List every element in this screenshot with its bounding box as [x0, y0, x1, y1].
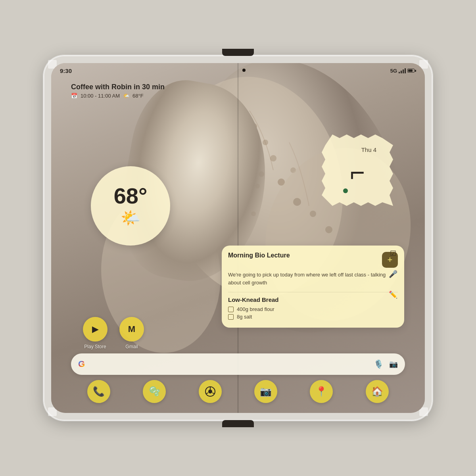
status-bar: 9:30 5G: [51, 63, 425, 78]
google-logo: G: [78, 359, 85, 369]
calendar-day: Thu 4: [361, 146, 376, 153]
svg-point-22: [310, 211, 316, 217]
svg-point-21: [293, 198, 301, 206]
svg-point-3: [250, 123, 257, 130]
hinge-top: [222, 49, 254, 56]
notes-section1-body: We're going to pick up today from where …: [228, 271, 398, 286]
notes-widget[interactable]: Morning Bio Lecture + We're going to pic…: [222, 246, 404, 328]
svg-point-11: [242, 191, 249, 197]
notes-section1-title: Morning Bio Lecture: [228, 252, 290, 259]
svg-point-7: [246, 159, 253, 166]
notes-item-1-text: 400g bread flour: [237, 306, 274, 312]
notes-item-2: 8g salt: [228, 314, 398, 320]
status-icons: 5G: [390, 68, 416, 74]
gmail-icon: M: [128, 324, 135, 334]
notes-pencil-action[interactable]: ✏️: [385, 287, 401, 303]
playstore-label: Play Store: [84, 344, 106, 349]
battery-body: [407, 69, 415, 73]
event-weather: 68°F: [132, 93, 144, 99]
svg-point-5: [215, 155, 221, 161]
weather-temperature: 68°: [114, 185, 148, 207]
svg-point-1: [226, 131, 233, 138]
hinge-bottom: [222, 420, 254, 427]
gmail-label: Gmail: [125, 344, 138, 349]
dock-messages[interactable]: 🫧: [143, 380, 166, 403]
signal-bars: [399, 68, 406, 73]
signal-bar-2: [401, 71, 402, 73]
svg-point-8: [259, 171, 264, 177]
dock-phone[interactable]: 📞: [87, 380, 110, 403]
svg-point-2: [239, 144, 244, 149]
google-search-bar[interactable]: G 🎙️ 📷: [71, 353, 405, 375]
svg-point-20: [203, 230, 209, 237]
app-dock: 📞 🫧 📷 📍 🏠: [71, 378, 405, 405]
svg-point-25: [208, 390, 212, 393]
home-app-icons: ▶ Play Store M Gmail: [83, 317, 144, 349]
phone-case: 9:30 5G Coffee with Robin in 3: [44, 56, 432, 420]
dock-camera[interactable]: 📷: [254, 380, 277, 403]
search-mic-icon[interactable]: 🎙️: [374, 359, 384, 369]
weather-small-icon: 🌤️: [123, 93, 129, 99]
notes-actions: ☑ 🎤 ✏️: [385, 246, 401, 303]
weather-widget[interactable]: 68° 🌤️: [91, 166, 170, 246]
dock-home[interactable]: 🏠: [366, 380, 389, 403]
calendar-event-dot: [343, 188, 348, 193]
event-time: 10:00 - 11:00 AM: [81, 93, 120, 99]
svg-point-15: [230, 207, 237, 213]
phone-screen: 9:30 5G Coffee with Robin in 3: [51, 63, 425, 413]
notes-item-1: 400g bread flour: [228, 306, 398, 312]
battery-tip: [415, 70, 416, 72]
checkbox-2[interactable]: [228, 314, 234, 320]
notes-check-action[interactable]: ☑: [385, 246, 401, 261]
gmail-icon-circle: M: [119, 317, 144, 342]
event-title: Coffee with Robin in 30 min: [71, 83, 165, 91]
svg-point-19: [186, 218, 194, 226]
calendar-date-large: ⌐: [350, 159, 365, 186]
event-notification: Coffee with Robin in 30 min 📅 10:00 - 11…: [71, 83, 165, 99]
signal-bar-4: [405, 68, 406, 73]
notes-mic-action[interactable]: 🎤: [385, 266, 401, 282]
svg-point-12: [255, 184, 260, 188]
weather-icon: 🌤️: [121, 209, 140, 227]
dock-chrome[interactable]: [199, 380, 222, 403]
status-time: 9:30: [60, 67, 72, 74]
app-icon-gmail[interactable]: M Gmail: [119, 317, 144, 349]
svg-point-23: [325, 226, 332, 233]
svg-point-16: [251, 211, 256, 216]
search-camera-icon[interactable]: 📷: [389, 360, 398, 369]
notes-divider: [228, 292, 398, 292]
signal-bar-1: [399, 72, 400, 73]
dock-maps[interactable]: 📍: [310, 380, 333, 403]
battery-indicator: [407, 69, 416, 73]
calendar-icon: 📅: [71, 93, 77, 99]
notes-header: Morning Bio Lecture +: [228, 252, 398, 268]
checkbox-1[interactable]: [228, 307, 234, 312]
playstore-icon-circle: ▶: [83, 317, 107, 342]
app-icon-playstore[interactable]: ▶ Play Store: [83, 317, 107, 349]
calendar-widget[interactable]: Thu 4 ⌐: [322, 134, 393, 206]
signal-bar-3: [403, 69, 404, 73]
notes-section2-title: Low-Knead Bread: [228, 296, 398, 303]
event-details: 📅 10:00 - 11:00 AM 🌤️ 68°F: [71, 93, 165, 99]
playstore-icon: ▶: [92, 324, 99, 334]
svg-point-10: [223, 184, 228, 188]
signal-label: 5G: [390, 68, 397, 74]
front-camera: [242, 69, 246, 72]
notes-item-2-text: 8g salt: [237, 314, 252, 320]
battery-fill: [408, 69, 413, 72]
